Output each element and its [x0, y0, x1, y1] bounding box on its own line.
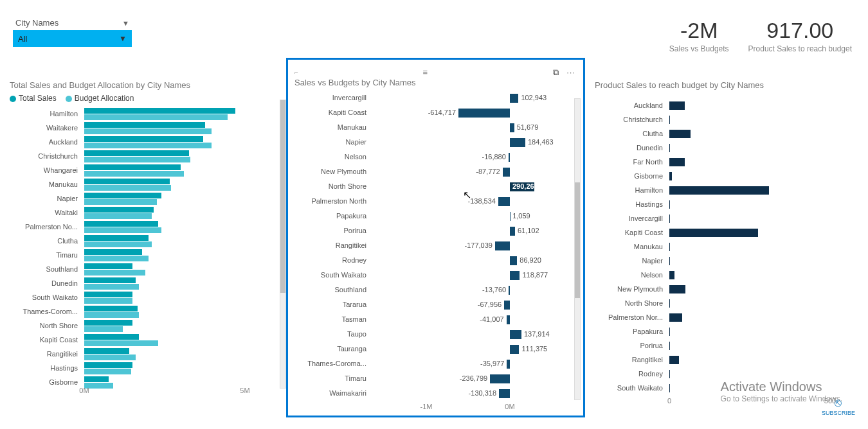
bar-total-sales[interactable] — [84, 376, 109, 382]
bar-row[interactable]: Kapiti Coast — [595, 226, 852, 240]
scrollbar-thumb[interactable] — [280, 100, 285, 293]
bar-budget-allocation[interactable] — [84, 340, 158, 346]
bar[interactable] — [669, 116, 670, 124]
bar-budget-allocation[interactable] — [84, 270, 145, 276]
bar[interactable] — [669, 370, 670, 378]
bar-row[interactable]: North Shore — [10, 320, 280, 334]
bar[interactable] — [669, 356, 679, 364]
bar[interactable] — [490, 374, 510, 383]
bar-row[interactable]: Hamilton — [10, 108, 280, 122]
bar-budget-allocation[interactable] — [84, 284, 139, 290]
slicer-header[interactable]: City Names ▼ — [13, 18, 132, 30]
bar[interactable] — [669, 144, 670, 152]
bar[interactable] — [669, 214, 670, 223]
bar-row[interactable]: Kapiti Coast-614,717 — [294, 106, 581, 121]
bar-budget-allocation[interactable] — [84, 298, 132, 304]
bar-total-sales[interactable] — [84, 292, 132, 297]
bar[interactable] — [510, 123, 514, 132]
bar-total-sales[interactable] — [84, 362, 132, 368]
bar-budget-allocation[interactable] — [84, 157, 190, 162]
bar-total-sales[interactable] — [84, 348, 129, 354]
bar[interactable] — [507, 315, 510, 324]
bar-row[interactable]: North Shore290,263 — [294, 180, 581, 195]
bar[interactable] — [510, 138, 525, 147]
bar-row[interactable]: Manukau — [10, 179, 280, 193]
chart-sales-vs-budgets-selected[interactable]: ⌐ ≡ ⧉ ··· Sales vs Budgets by City Names… — [286, 58, 585, 417]
bar-budget-allocation[interactable] — [84, 114, 228, 120]
bar-budget-allocation[interactable] — [84, 199, 157, 205]
bar-row[interactable]: Palmerston Nor... — [595, 311, 852, 325]
bar-total-sales[interactable] — [84, 150, 189, 156]
bar-row[interactable]: South Waikato — [10, 292, 280, 306]
bar[interactable] — [503, 168, 510, 177]
bar[interactable] — [669, 130, 691, 138]
focus-mode-icon[interactable]: ⧉ — [553, 67, 559, 77]
bar-row[interactable]: Southland-13,760 — [294, 283, 581, 298]
bar-row[interactable]: Napier — [10, 193, 280, 207]
bar-budget-allocation[interactable] — [84, 185, 171, 191]
bar-total-sales[interactable] — [84, 108, 235, 114]
bar-row[interactable]: Papakura1,059 — [294, 209, 581, 224]
bar[interactable] — [510, 345, 519, 354]
bar-row[interactable]: Whangarei — [10, 164, 280, 179]
bar-budget-allocation[interactable] — [84, 241, 152, 247]
bar-row[interactable]: Christchurch — [10, 150, 280, 164]
more-options-icon[interactable]: ··· — [566, 67, 575, 77]
bar-row[interactable]: Christchurch — [595, 113, 852, 127]
bar-budget-allocation[interactable] — [84, 143, 212, 148]
bar-total-sales[interactable] — [84, 320, 132, 326]
bar-row[interactable]: Hamilton — [595, 184, 852, 198]
bar-budget-allocation[interactable] — [84, 355, 136, 360]
bar[interactable] — [669, 299, 670, 308]
bar-row[interactable]: Rangitikei-177,039 — [294, 239, 581, 254]
bar[interactable] — [510, 271, 520, 280]
bar-row[interactable]: Waimakariri-130,318 — [294, 387, 581, 401]
bar-row[interactable]: Waitakere — [10, 122, 280, 136]
bar-total-sales[interactable] — [84, 164, 181, 170]
bar[interactable] — [669, 285, 685, 293]
bar[interactable] — [510, 227, 515, 236]
bar[interactable] — [504, 301, 510, 310]
bar-row[interactable]: Invercargill — [595, 212, 852, 226]
bar-row[interactable]: Porirua — [595, 339, 852, 353]
bar-budget-allocation[interactable] — [84, 227, 161, 233]
drag-grip-icon[interactable]: ≡ — [422, 67, 428, 77]
bar-budget-allocation[interactable] — [84, 312, 139, 318]
bar[interactable] — [669, 101, 685, 110]
bar[interactable] — [458, 109, 510, 118]
bar-row[interactable]: Hastings — [10, 362, 280, 376]
bar-row[interactable]: Dunedin — [595, 141, 852, 155]
bar[interactable] — [669, 328, 670, 336]
bar-row[interactable]: Manukau — [595, 240, 852, 254]
bar-total-sales[interactable] — [84, 235, 149, 241]
bar-total-sales[interactable] — [84, 136, 203, 142]
bar-row[interactable]: Timaru — [10, 249, 280, 263]
card-sales-vs-budgets[interactable]: -2M Sales vs Budgets — [669, 18, 729, 53]
bar-row[interactable]: Rangitikei — [595, 353, 852, 367]
bar[interactable] — [669, 313, 682, 322]
bar-budget-allocation[interactable] — [84, 326, 123, 332]
bar[interactable] — [509, 153, 510, 162]
bar[interactable] — [669, 271, 674, 279]
bar-total-sales[interactable] — [84, 277, 136, 283]
scrollbar[interactable] — [280, 100, 286, 389]
bar-total-sales[interactable] — [84, 221, 158, 227]
bar-total-sales[interactable] — [84, 193, 161, 198]
bar-row[interactable]: Thames-Coroma...-35,977 — [294, 357, 581, 372]
bar-budget-allocation[interactable] — [84, 256, 149, 261]
bar-row[interactable]: Porirua61,102 — [294, 224, 581, 239]
bar-row[interactable]: Rangitikei — [10, 348, 280, 362]
bar-total-sales[interactable] — [84, 306, 138, 311]
scrollbar-thumb[interactable] — [575, 182, 580, 298]
bar-budget-allocation[interactable] — [84, 171, 184, 177]
bar-row[interactable]: Timaru-236,799 — [294, 372, 581, 387]
bar[interactable] — [510, 330, 521, 339]
bar-row[interactable]: Hastings — [595, 198, 852, 212]
bar-total-sales[interactable] — [84, 207, 154, 213]
bar-row[interactable]: South Waikato118,877 — [294, 268, 581, 283]
bar-row[interactable]: New Plymouth — [595, 283, 852, 297]
bar[interactable] — [509, 286, 510, 295]
chart-total-sales-budget-allocation[interactable]: Total Sales and Budget Allocation by Cit… — [10, 80, 280, 414]
bar[interactable] — [669, 384, 670, 392]
bar-total-sales[interactable] — [84, 334, 139, 340]
